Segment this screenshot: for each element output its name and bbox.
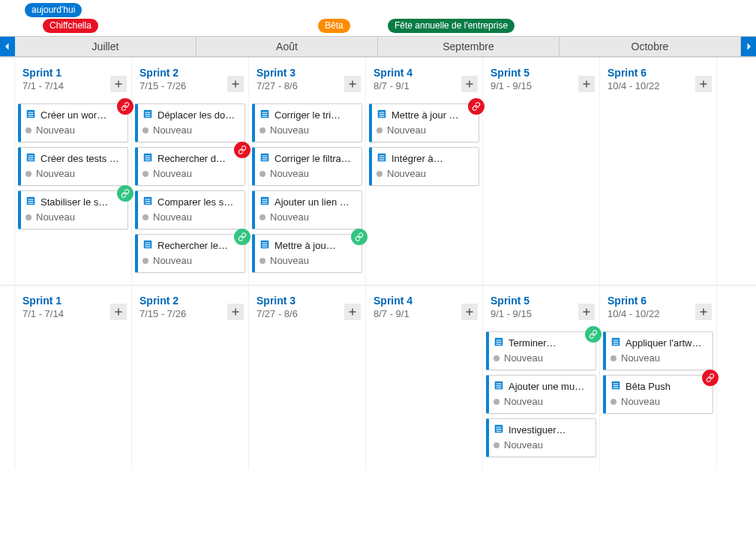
link-badge-icon[interactable] [702,370,718,386]
work-item-card[interactable]: Corriger le filtra…Nouveau [252,147,362,186]
svg-rect-15 [232,83,239,85]
state-dot-icon [260,214,266,220]
sprint-header: Sprint 48/7 - 9/1 [366,58,482,94]
sprint-title: Sprint 3 [256,67,358,79]
card-title: Appliquer l'artw… [626,337,706,349]
sprint-column: Sprint 59/1 - 9/15Terminer…NouveauAjoute… [483,286,600,469]
work-item-card[interactable]: Rechercher le…Nouveau [135,234,245,273]
work-item-icon [142,196,153,208]
card-title: Ajouter une mu… [508,381,590,392]
add-card-button[interactable] [110,304,127,320]
sprint-title: Sprint 3 [256,295,358,307]
card-list: Mettre à jour …NouveauIntégrer à…Nouveau [366,94,482,198]
state-dot-icon [260,127,266,133]
card-list: Créer un wor…NouveauCréer des tests …Nou… [15,94,131,241]
work-item-card[interactable]: Créer des tests …Nouveau [18,147,128,186]
work-item-card[interactable]: Appliquer l'artw…Nouveau [603,331,713,370]
svg-rect-67 [232,311,239,313]
svg-rect-53 [380,112,385,112]
svg-rect-76 [496,342,502,343]
chevron-right-icon [744,42,753,51]
sprint-column: Sprint 17/1 - 7/14Créer un wor…NouveauCr… [15,58,132,285]
sprint-title: Sprint 6 [608,295,709,307]
add-card-button[interactable] [695,76,712,92]
link-badge-icon[interactable] [351,229,368,245]
add-card-button[interactable] [461,76,478,92]
state-dot-icon [376,127,382,133]
svg-rect-90 [614,342,619,343]
work-item-card[interactable]: Corriger le tri…Nouveau [252,103,362,142]
svg-rect-57 [380,155,385,156]
work-item-card[interactable]: Créer un wor…Nouveau [18,103,128,142]
svg-rect-39 [262,155,268,156]
add-card-button[interactable] [344,76,361,92]
link-badge-icon[interactable] [234,142,250,158]
work-item-card[interactable]: Déplacer les do…Nouveau [135,103,245,142]
state-dot-icon [260,258,266,264]
work-item-card[interactable]: Investiguer…Nouveau [486,418,596,457]
work-item-icon [494,424,504,436]
swim-lane: Sprint 17/1 - 7/14Sprint 27/15 - 7/26Spr… [0,285,756,469]
card-state: Nouveau [153,255,192,266]
nav-next-button[interactable] [741,37,756,56]
add-card-button[interactable] [695,304,712,320]
work-item-card[interactable]: Intégrer à…Nouveau [369,147,479,186]
work-item-card[interactable]: Terminer…Nouveau [486,331,596,370]
sprint-dates: 7/15 - 7/26 [140,80,241,91]
card-state: Nouveau [153,168,192,179]
months-header: JuilletAoûtSeptembreOctobre [15,37,741,56]
card-title: Corriger le tri… [274,109,356,121]
work-item-card[interactable]: Mettre à jou…Nouveau [252,234,362,273]
month-nav-row: JuilletAoûtSeptembreOctobre [0,36,756,57]
nav-prev-button[interactable] [0,37,15,56]
svg-rect-11 [28,199,34,199]
svg-rect-63 [700,83,707,85]
work-item-icon [494,380,504,393]
sprint-column: Sprint 610/4 - 10/22Appliquer l'artw…Nou… [600,286,717,469]
sprint-dates: 7/27 - 8/6 [256,80,358,91]
add-card-button[interactable] [227,304,244,320]
swim-lane: Sprint 17/1 - 7/14Créer un wor…NouveauCr… [0,57,756,285]
link-badge-icon[interactable] [468,98,484,115]
add-card-button[interactable] [110,76,127,92]
link-badge-icon[interactable] [234,229,250,245]
svg-rect-54 [380,114,385,115]
link-badge-icon[interactable] [117,98,134,115]
card-title: Intégrer à… [392,153,472,164]
work-item-card[interactable]: Bêta PushNouveau [603,375,713,414]
sprint-column: Sprint 48/7 - 9/1Mettre à jour …NouveauI… [366,58,483,285]
sprint-title: Sprint 2 [140,295,241,307]
work-item-icon [260,239,270,252]
add-card-button[interactable] [461,304,478,320]
link-badge-icon[interactable] [117,185,134,202]
card-list [366,322,482,334]
svg-rect-73 [584,311,590,313]
card-state: Nouveau [153,211,192,223]
work-item-icon [494,337,504,349]
svg-rect-9 [28,160,34,160]
work-item-card[interactable]: Ajouter une mu…Nouveau [486,375,596,414]
card-title: Rechercher le… [158,240,238,251]
sprint-header: Sprint 37/27 - 8/6 [249,286,365,322]
svg-rect-36 [262,114,268,115]
state-dot-icon [494,399,500,405]
work-item-card[interactable]: Comparer les s…Nouveau [135,190,245,229]
svg-rect-33 [350,83,356,85]
add-card-button[interactable] [344,304,361,320]
add-card-button[interactable] [578,76,595,92]
svg-rect-43 [262,199,268,199]
add-card-button[interactable] [578,304,595,320]
work-item-card[interactable]: Ajouter un lien …Nouveau [252,190,362,229]
marker-today: aujourd'hui [25,3,82,17]
work-item-icon [260,109,270,121]
work-item-card[interactable]: Mettre à jour …Nouveau [369,103,479,142]
card-state: Nouveau [504,396,543,407]
link-badge-icon[interactable] [585,326,602,343]
svg-rect-49 [262,247,268,247]
work-item-card[interactable]: Stabiliser le s…Nouveau [18,190,128,229]
marker-event-2: Bêta [318,19,350,33]
card-title: Investiguer… [508,424,590,436]
sprint-header: Sprint 27/15 - 7/26 [132,286,248,322]
work-item-card[interactable]: Rechercher d…Nouveau [135,147,245,186]
add-card-button[interactable] [227,76,244,92]
